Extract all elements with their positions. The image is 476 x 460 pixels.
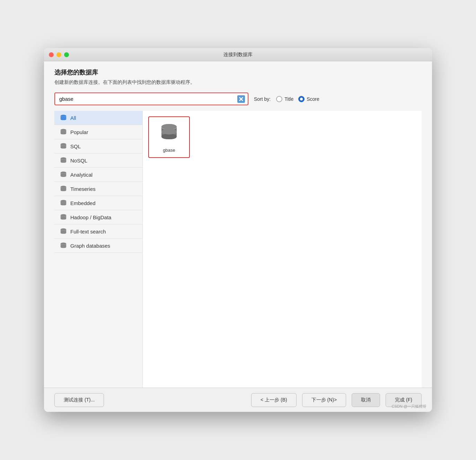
svg-point-10: [61, 242, 66, 245]
graph-db-icon: [60, 242, 67, 249]
sidebar-label-embedded: Embedded: [70, 200, 96, 206]
sidebar-label-graph: Graph databases: [70, 243, 110, 249]
svg-point-5: [61, 171, 66, 174]
window-title: 连接到数据库: [223, 52, 253, 58]
sort-title-radio[interactable]: [276, 96, 282, 102]
sidebar-label-hadoop: Hadoop / BigData: [70, 214, 111, 220]
sort-by-label: Sort by:: [254, 96, 271, 102]
nosql-db-icon: [60, 157, 67, 164]
svg-point-12: [161, 134, 177, 139]
search-input-wrap: [54, 92, 248, 105]
gbase-db-icon: [158, 122, 180, 144]
cancel-button[interactable]: 取消: [352, 393, 380, 407]
sidebar-item-nosql[interactable]: NoSQL: [54, 153, 142, 168]
svg-point-9: [61, 228, 66, 230]
search-input[interactable]: [55, 93, 248, 105]
sidebar-item-fulltext[interactable]: Full-text search: [54, 224, 142, 239]
sidebar-item-graph[interactable]: Graph databases: [54, 239, 142, 253]
back-button[interactable]: < 上一步 (B): [251, 393, 297, 407]
hadoop-db-icon: [60, 214, 67, 221]
watermark: CSDN @一只狐狸呀: [392, 404, 426, 409]
sidebar-label-analytical: Analytical: [70, 172, 92, 178]
sort-score-radio[interactable]: [298, 96, 305, 102]
svg-marker-0: [239, 97, 243, 101]
sidebar-item-all[interactable]: All: [54, 111, 142, 125]
sidebar-item-embedded[interactable]: Embedded: [54, 196, 142, 210]
search-row: Sort by: Title Score: [54, 92, 422, 105]
sort-title-option[interactable]: Title: [276, 96, 293, 102]
sidebar-label-nosql: NoSQL: [70, 158, 87, 163]
svg-point-7: [61, 200, 66, 202]
maximize-button[interactable]: [64, 52, 69, 57]
footer: 测试连接 (T)... < 上一步 (B) 下一步 (N)> 取消 完成 (F): [44, 388, 432, 412]
sort-options: Title Score: [276, 96, 319, 102]
minimize-button[interactable]: [56, 52, 61, 57]
test-connection-button[interactable]: 测试连接 (T)...: [54, 393, 104, 407]
body-area: All Popular SQL: [54, 111, 422, 388]
analytical-db-icon: [60, 171, 67, 178]
sql-db-icon: [60, 143, 67, 150]
sidebar-label-fulltext: Full-text search: [70, 229, 106, 235]
sort-score-option[interactable]: Score: [298, 96, 319, 102]
svg-point-6: [61, 186, 66, 188]
embedded-db-icon: [60, 200, 67, 206]
sidebar-item-analytical[interactable]: Analytical: [54, 168, 142, 182]
sidebar-item-sql[interactable]: SQL: [54, 139, 142, 153]
page-heading: 选择您的数据库: [54, 68, 422, 77]
svg-point-2: [61, 129, 66, 131]
footer-left: 测试连接 (T)...: [54, 393, 104, 407]
sort-title-label: Title: [284, 96, 293, 102]
search-clear-button[interactable]: [237, 95, 245, 103]
sidebar-item-popular[interactable]: Popular: [54, 125, 142, 139]
popular-db-icon: [60, 129, 67, 135]
gbase-label: gbase: [163, 148, 175, 153]
sidebar-item-hadoop[interactable]: Hadoop / BigData: [54, 210, 142, 224]
gbase-icon: [158, 122, 180, 144]
all-db-icon: [60, 114, 67, 121]
svg-point-14: [161, 124, 177, 130]
main-window: 连接到数据库 选择您的数据库 创建新的数据库连接。在下面的列表中找到您的数据库驱…: [44, 48, 432, 412]
svg-point-4: [61, 157, 66, 159]
sidebar-label-sql: SQL: [70, 143, 81, 149]
next-button[interactable]: 下一步 (N)>: [302, 393, 346, 407]
fulltext-db-icon: [60, 228, 67, 235]
db-grid: gbase: [143, 111, 422, 388]
sidebar: All Popular SQL: [54, 111, 143, 388]
timeseries-db-icon: [60, 185, 67, 192]
sidebar-label-timeseries: Timeseries: [70, 186, 96, 192]
main-content: 选择您的数据库 创建新的数据库连接。在下面的列表中找到您的数据库驱动程序。 So…: [44, 61, 432, 388]
db-card-gbase[interactable]: gbase: [148, 116, 190, 158]
titlebar: 连接到数据库: [44, 48, 432, 61]
page-description: 创建新的数据库连接。在下面的列表中找到您的数据库驱动程序。: [54, 79, 422, 86]
sidebar-label-all: All: [70, 115, 76, 121]
svg-point-13: [161, 129, 177, 134]
sidebar-label-popular: Popular: [70, 129, 88, 135]
titlebar-buttons: [49, 52, 69, 57]
svg-point-1: [61, 115, 66, 117]
svg-point-8: [61, 214, 66, 216]
svg-point-3: [61, 143, 66, 145]
sidebar-item-timeseries[interactable]: Timeseries: [54, 182, 142, 196]
close-button[interactable]: [49, 52, 54, 57]
sort-score-label: Score: [307, 96, 319, 102]
